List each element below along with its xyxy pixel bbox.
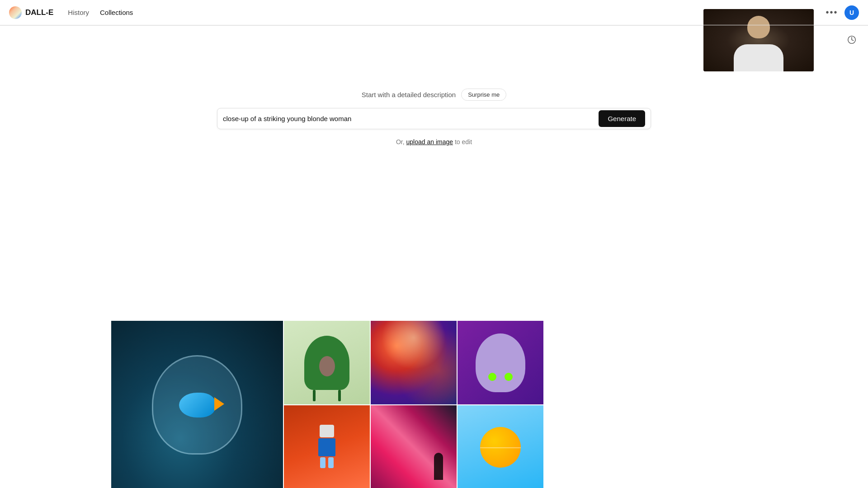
generate-button[interactable]: Generate (599, 110, 645, 127)
prompt-input[interactable] (223, 108, 599, 129)
more-options-button[interactable]: ••• (825, 5, 839, 20)
gallery-item-robot[interactable] (284, 405, 370, 488)
avocado-chair-group (304, 336, 349, 390)
avocado-chair (304, 336, 349, 390)
orange-fruit (480, 427, 521, 468)
monster-eye-left (488, 373, 496, 381)
gallery (111, 321, 868, 488)
navbar: DALL-E History Collections ••• U (0, 0, 868, 25)
navbar-right: ••• U (825, 5, 859, 20)
avatar[interactable]: U (844, 5, 859, 20)
gallery-item-monster[interactable] (458, 321, 543, 404)
app-name: DALL-E (25, 8, 53, 17)
robot-head (320, 425, 334, 437)
robot-figure (313, 425, 340, 470)
monster-body (476, 333, 525, 392)
upload-image-link[interactable]: upload an image (406, 138, 453, 145)
gallery-item-space[interactable] (371, 321, 457, 404)
upload-suffix: to edit (455, 138, 472, 145)
upload-prefix: Or, (396, 138, 405, 145)
monster-eye-right (505, 373, 513, 381)
monster-eyes (488, 373, 513, 381)
fish-bowl (152, 355, 242, 455)
gallery-item-fish[interactable] (111, 321, 283, 488)
description-label: Start with a detailed description (362, 91, 456, 99)
logo-icon (9, 6, 22, 19)
chair-leg-left (313, 390, 316, 401)
orange-cut-line (480, 447, 521, 448)
gallery-item-abstract[interactable] (371, 405, 457, 488)
app-logo[interactable]: DALL-E (9, 6, 53, 19)
chair-leg-right (338, 390, 341, 401)
chair-legs (313, 390, 341, 401)
person-body (734, 44, 783, 71)
description-row: Start with a detailed description Surpri… (362, 89, 507, 101)
robot-leg-left (320, 457, 326, 468)
robot-torso (318, 438, 335, 456)
avocado-seed (319, 356, 335, 376)
history-nav-link[interactable]: History (68, 9, 89, 16)
abstract-silhouette (434, 453, 443, 480)
nav-links: History Collections (68, 9, 133, 16)
fish-body (179, 393, 215, 418)
gallery-item-orange[interactable] (458, 405, 543, 488)
collections-nav-link[interactable]: Collections (100, 9, 133, 16)
prompt-input-row: Generate (217, 108, 651, 129)
gallery-item-avocado[interactable] (284, 321, 370, 404)
surprise-me-button[interactable]: Surprise me (461, 89, 506, 101)
space-sparks (371, 321, 457, 404)
robot-legs (320, 457, 334, 468)
upload-row: Or, upload an image to edit (396, 138, 472, 145)
robot-leg-right (328, 457, 334, 468)
history-icon[interactable] (844, 33, 859, 47)
